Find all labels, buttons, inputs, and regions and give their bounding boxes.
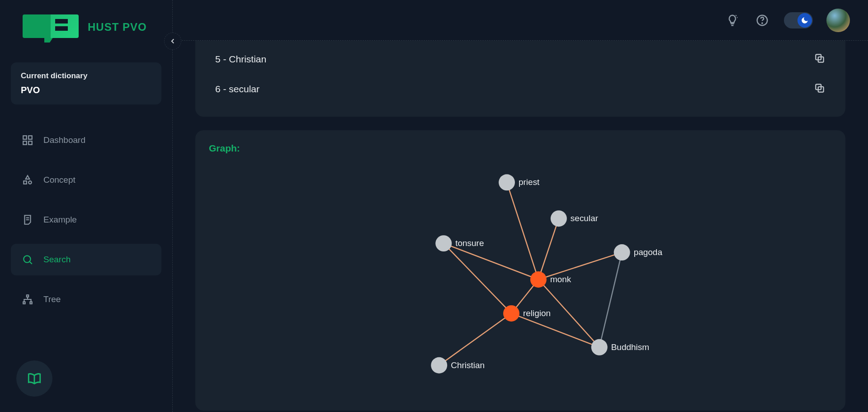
graph-node-label: religion <box>523 308 551 318</box>
note-icon <box>22 214 33 226</box>
book-icon <box>23 13 81 42</box>
graph-node-monk[interactable] <box>530 271 547 288</box>
sidebar-item-label: Tree <box>43 294 61 304</box>
moon-icon <box>801 16 809 24</box>
graph-edge <box>507 182 538 279</box>
topbar <box>173 0 868 41</box>
svg-rect-1 <box>28 136 32 139</box>
graph-edge <box>443 243 538 279</box>
current-dictionary-label: Current dictionary <box>21 71 151 81</box>
copy-icon <box>814 52 826 64</box>
hints-button[interactable] <box>724 12 741 28</box>
svg-rect-2 <box>23 141 27 145</box>
svg-point-5 <box>28 181 31 184</box>
sidebar-item-dashboard[interactable]: Dashboard <box>11 124 161 156</box>
dashboard-icon <box>22 134 33 146</box>
current-dictionary-value: PVO <box>21 85 151 95</box>
sidebar-item-label: Dashboard <box>43 135 85 145</box>
chevron-left-icon <box>169 37 177 45</box>
sidebar-item-example[interactable]: Example <box>11 204 161 236</box>
graph-edge <box>439 313 511 365</box>
sidebar-item-label: Example <box>43 215 77 225</box>
graph-card: Graph: priestseculartonsurepagodamonkrel… <box>195 130 845 411</box>
results-list: 5 - Christian 6 - secular <box>195 41 845 117</box>
lightbulb-icon <box>726 14 739 27</box>
graph-node-buddhism[interactable] <box>591 339 608 355</box>
help-icon <box>755 14 769 27</box>
graph-node-christian[interactable] <box>431 357 447 374</box>
graph-node-label: monk <box>550 275 571 284</box>
search-icon <box>22 254 33 265</box>
graph-node-label: Buddhism <box>611 342 649 352</box>
reader-fab-button[interactable] <box>16 360 52 397</box>
svg-point-12 <box>762 23 763 24</box>
svg-line-7 <box>30 262 32 264</box>
graph-title: Graph: <box>209 143 832 154</box>
copy-icon <box>814 82 826 94</box>
graph-edge <box>538 218 559 279</box>
graph-edge <box>443 243 511 313</box>
collapse-sidebar-button[interactable] <box>164 33 181 50</box>
sidebar-nav: Dashboard Concept Example Search Tree <box>0 116 172 331</box>
app-logo[interactable]: HUST PVO <box>0 0 172 51</box>
sidebar-item-label: Search <box>43 255 71 265</box>
svg-point-6 <box>24 256 30 262</box>
svg-rect-10 <box>30 302 32 303</box>
sidebar-item-label: Concept <box>43 175 75 185</box>
graph-node-religion[interactable] <box>503 305 519 322</box>
theme-toggle[interactable] <box>784 12 813 28</box>
graph-edge <box>599 252 622 347</box>
sidebar-item-search[interactable]: Search <box>11 244 161 275</box>
svg-rect-4 <box>24 181 27 184</box>
sidebar-item-concept[interactable]: Concept <box>11 164 161 196</box>
graph-node-label: pagoda <box>634 247 663 257</box>
main-content: 5 - Christian 6 - secular Graph: priests… <box>173 41 868 412</box>
graph-node-label: priest <box>519 177 540 187</box>
graph-node-label: Christian <box>451 360 485 370</box>
graph-node-label: secular <box>571 213 598 223</box>
graph-node-pagoda[interactable] <box>614 244 630 260</box>
list-item[interactable]: 6 - secular <box>215 74 826 104</box>
result-text: 5 - Christian <box>215 54 266 65</box>
graph-node-secular[interactable] <box>551 210 567 227</box>
shapes-icon <box>22 174 33 186</box>
graph-node-tonsure[interactable] <box>435 235 452 251</box>
graph-canvas[interactable]: priestseculartonsurepagodamonkreligionBu… <box>195 157 845 411</box>
graph-node-priest[interactable] <box>499 174 515 190</box>
copy-button[interactable] <box>814 52 826 66</box>
app-name: HUST PVO <box>88 21 147 33</box>
user-avatar[interactable] <box>826 9 850 32</box>
svg-rect-8 <box>27 295 28 297</box>
svg-rect-9 <box>23 302 25 303</box>
help-button[interactable] <box>754 12 770 28</box>
open-book-icon <box>27 371 42 386</box>
list-item[interactable]: 5 - Christian <box>215 44 826 74</box>
sidebar: HUST PVO Current dictionary PVO Dashboar… <box>0 0 173 412</box>
theme-knob <box>797 13 812 28</box>
svg-rect-3 <box>28 141 32 145</box>
tree-icon <box>22 294 33 305</box>
current-dictionary-card[interactable]: Current dictionary PVO <box>11 62 161 104</box>
sidebar-item-tree[interactable]: Tree <box>11 284 161 315</box>
result-text: 6 - secular <box>215 84 259 95</box>
copy-button[interactable] <box>814 82 826 96</box>
graph-node-label: tonsure <box>455 238 484 248</box>
graph-edge <box>511 313 599 347</box>
svg-rect-0 <box>23 136 27 139</box>
